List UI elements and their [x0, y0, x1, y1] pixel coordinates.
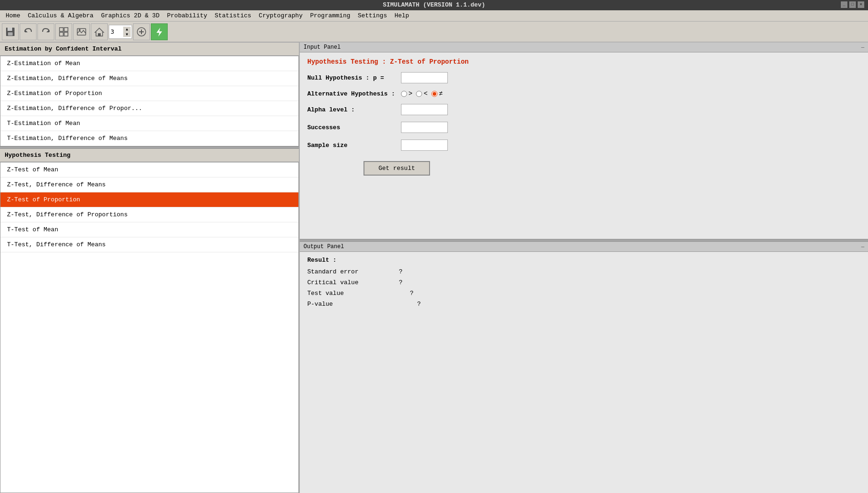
svg-rect-2: [8, 32, 13, 36]
input-panel-collapse[interactable]: —: [861, 44, 864, 50]
successes-label: Successes: [307, 124, 401, 131]
estimation-list: Z-Estimation of Mean Z-Estimation, Diffe…: [0, 56, 299, 147]
output-panel-header: Output Panel —: [300, 242, 868, 252]
alpha-label: Alpha level :: [307, 106, 401, 113]
main-content: Estimation by Confident Interval Z-Estim…: [0, 42, 868, 493]
svg-rect-1: [7, 28, 12, 31]
successes-row: Successes: [307, 122, 861, 133]
standard-error-val: ?: [392, 268, 402, 275]
menu-help[interactable]: Help: [391, 11, 413, 20]
list-item-z-test-proportion[interactable]: Z-Test of Proportion: [0, 192, 298, 207]
hypothesis-testing-title: Hypothesis Testing : Z-Test of Proportio…: [307, 58, 861, 66]
undo-button[interactable]: [20, 23, 37, 40]
critical-value-row: Critical value ?: [307, 279, 861, 286]
alpha-input[interactable]: [401, 104, 448, 115]
number-stepper[interactable]: ▲ ▼: [109, 25, 132, 39]
app-title: SIMULAMATH (VERSION 1.1.dev): [383, 1, 485, 8]
list-item-z-proportion[interactable]: Z-Estimation of Proportion: [0, 86, 298, 101]
alt-gt-option[interactable]: >: [401, 90, 412, 97]
test-value-val: ?: [392, 290, 414, 297]
svg-marker-4: [46, 29, 49, 32]
menu-probability[interactable]: Probability: [163, 11, 211, 20]
input-panel-header: Input Panel —: [300, 42, 868, 52]
test-value-key: Test value: [307, 290, 392, 297]
grid-button[interactable]: [55, 23, 72, 40]
result-label: Result :: [307, 257, 861, 264]
alt-hypothesis-label: Alternative Hypothesis :: [307, 90, 401, 97]
save-button[interactable]: [2, 23, 19, 40]
window-controls: _ □ ×: [841, 1, 864, 8]
number-down-button[interactable]: ▼: [123, 32, 131, 37]
list-item-z-test-mean[interactable]: Z-Test of Mean: [0, 162, 298, 177]
input-panel-title: Input Panel: [304, 44, 341, 51]
null-hypothesis-label: Null Hypothesis : p =: [307, 74, 401, 81]
alt-hypothesis-row: Alternative Hypothesis : > < ≠: [307, 90, 861, 97]
output-panel-content: Result : Standard error ? Critical value…: [300, 252, 868, 493]
alt-ne-radio[interactable]: [431, 91, 438, 97]
sample-size-input[interactable]: [401, 140, 448, 151]
alt-lt-option[interactable]: <: [416, 90, 427, 97]
list-item-t-test-diff-means[interactable]: T-Test, Difference of Means: [0, 237, 298, 252]
minimize-button[interactable]: _: [841, 1, 847, 8]
image-button[interactable]: [73, 23, 90, 40]
toolbar: ▲ ▼: [0, 22, 868, 42]
output-panel-title: Output Panel: [304, 243, 344, 250]
menu-cryptography[interactable]: Cryptography: [255, 11, 306, 20]
menu-programming[interactable]: Programming: [306, 11, 354, 20]
estimation-section: Estimation by Confident Interval Z-Estim…: [0, 42, 299, 147]
number-input[interactable]: [109, 28, 123, 35]
successes-input[interactable]: [401, 122, 448, 133]
list-item-t-test-mean[interactable]: T-Test of Mean: [0, 222, 298, 237]
right-panel: Input Panel — Hypothesis Testing : Z-Tes…: [300, 42, 868, 493]
list-item-t-diff-means[interactable]: T-Estimation, Difference of Means: [0, 131, 298, 146]
menu-settings[interactable]: Settings: [354, 11, 391, 20]
list-item-t-mean[interactable]: T-Estimation of Mean: [0, 116, 298, 131]
svg-rect-8: [64, 32, 68, 36]
p-value-key: P-value: [307, 301, 392, 308]
left-panel: Estimation by Confident Interval Z-Estim…: [0, 42, 300, 493]
alt-ne-option[interactable]: ≠: [431, 90, 443, 97]
alt-lt-label: <: [423, 90, 427, 97]
alt-ne-label: ≠: [439, 90, 443, 97]
maximize-button[interactable]: □: [849, 1, 856, 8]
list-item-z-mean[interactable]: Z-Estimation of Mean: [0, 56, 298, 71]
svg-rect-5: [59, 28, 63, 31]
alt-gt-label: >: [408, 90, 412, 97]
add-button[interactable]: [133, 23, 150, 40]
alt-lt-radio[interactable]: [416, 91, 422, 97]
close-button[interactable]: ×: [858, 1, 864, 8]
home-button[interactable]: [91, 23, 108, 40]
alt-hypothesis-options: > < ≠: [401, 90, 443, 97]
number-up-button[interactable]: ▲: [123, 27, 131, 32]
menu-home[interactable]: Home: [2, 11, 24, 20]
svg-point-10: [79, 29, 81, 31]
list-item-z-test-diff-proportions[interactable]: Z-Test, Difference of Proportions: [0, 207, 298, 222]
title-bar: SIMULAMATH (VERSION 1.1.dev) _ □ ×: [0, 0, 868, 10]
svg-rect-7: [59, 32, 63, 36]
list-item-z-test-diff-means[interactable]: Z-Test, Difference of Means: [0, 177, 298, 192]
redo-button[interactable]: [37, 23, 54, 40]
menu-calculus[interactable]: Calculus & Algebra: [24, 11, 97, 20]
menu-graphics[interactable]: Graphics 2D & 3D: [97, 11, 163, 20]
standard-error-key: Standard error: [307, 268, 392, 275]
get-result-button[interactable]: Get result: [364, 161, 430, 176]
svg-rect-6: [64, 28, 68, 31]
menu-statistics[interactable]: Statistics: [211, 11, 255, 20]
estimation-header: Estimation by Confident Interval: [0, 42, 299, 56]
critical-value-val: ?: [392, 279, 402, 286]
hypothesis-section: Hypothesis Testing Z-Test of Mean Z-Test…: [0, 148, 299, 493]
list-item-z-diff-means[interactable]: Z-Estimation, Difference of Means: [0, 71, 298, 86]
null-hypothesis-input[interactable]: [401, 72, 448, 83]
hypothesis-list: Z-Test of Mean Z-Test, Difference of Mea…: [0, 162, 299, 493]
p-value-val: ?: [392, 301, 421, 308]
hypothesis-header: Hypothesis Testing: [0, 148, 299, 162]
sample-size-label: Sample size: [307, 142, 401, 149]
svg-marker-16: [156, 28, 162, 37]
sample-size-row: Sample size: [307, 140, 861, 151]
list-item-z-diff-proportion[interactable]: Z-Estimation, Difference of Propor...: [0, 101, 298, 116]
svg-rect-12: [98, 33, 101, 36]
zap-button[interactable]: [151, 23, 168, 40]
alpha-level-row: Alpha level :: [307, 104, 861, 115]
alt-gt-radio[interactable]: [401, 91, 407, 97]
output-panel-collapse[interactable]: —: [861, 244, 864, 250]
